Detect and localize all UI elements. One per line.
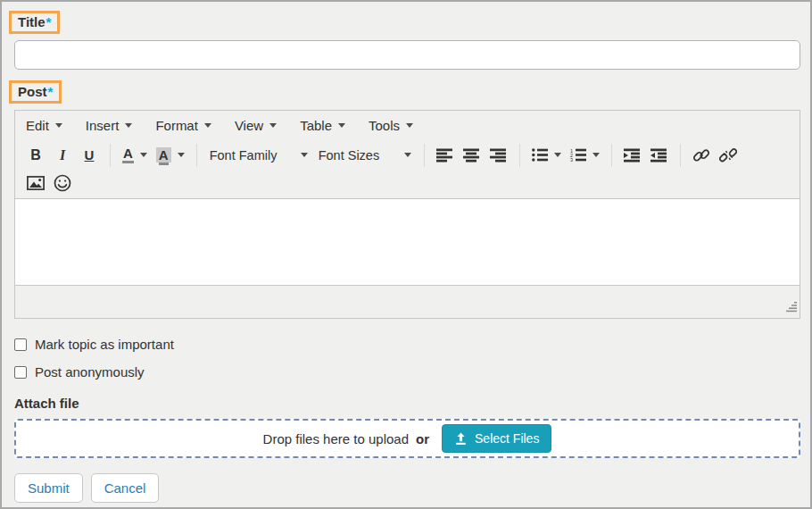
outdent-button[interactable] [646,143,673,168]
cancel-button[interactable]: Cancel [91,473,160,503]
indent-button[interactable] [619,143,646,168]
align-center-button[interactable] [459,143,485,168]
align-right-button[interactable] [485,143,512,168]
required-asterisk: * [48,84,54,99]
mark-important-checkbox[interactable] [14,338,27,351]
bullet-list-icon [532,148,548,162]
insert-link-button[interactable] [688,143,715,168]
italic-icon: I [60,147,65,163]
menu-table[interactable]: Table [300,118,345,133]
background-color-button[interactable]: A [152,143,189,168]
chevron-down-icon[interactable] [178,153,185,157]
editor-menubar: Edit Insert Format View Table Tools [15,111,800,139]
chevron-down-icon [338,123,345,128]
form-actions: Submit Cancel [14,473,810,503]
rich-text-editor: Edit Insert Format View Table Tools B I … [14,110,800,319]
editor-statusbar [15,286,800,318]
chevron-down-icon [125,123,132,128]
italic-button[interactable]: I [49,143,76,168]
bold-icon: B [30,147,41,163]
post-anonymously-label: Post anonymously [35,364,145,380]
numbered-list-icon: 123 [570,148,586,162]
title-label: Title* [9,11,60,34]
submit-button[interactable]: Submit [14,473,83,503]
font-sizes-select[interactable]: Font Sizes [313,143,417,168]
attach-file-label: Attach file [14,396,810,411]
svg-text:3: 3 [570,157,573,162]
menu-edit[interactable]: Edit [26,118,62,133]
text-color-button[interactable]: A [118,143,152,168]
or-text: or [416,431,429,446]
title-input[interactable] [14,40,800,70]
upload-icon [454,432,468,446]
mark-important-option[interactable]: Mark topic as important [14,337,174,352]
underline-icon: U [85,147,95,163]
align-left-icon [436,148,453,163]
editor-toolbar-row1: B I U A A Font Family Font Sizes [15,139,800,171]
background-color-icon: A [156,147,171,163]
post-label: Post* [9,80,62,104]
chevron-down-icon[interactable] [554,153,561,157]
numbered-list-button[interactable]: 123 [566,143,604,168]
mark-important-label: Mark topic as important [35,337,174,352]
chevron-down-icon [404,153,411,157]
indent-icon [624,148,641,163]
toolbar-separator [110,144,111,167]
align-right-icon [490,148,507,163]
title-label-text: Title [18,14,46,29]
text-color-icon: A [122,146,134,163]
align-left-button[interactable] [432,143,459,168]
new-topic-form: Title* Post* Edit Insert Format View Tab… [0,0,812,509]
chevron-down-icon [269,123,277,128]
toolbar-separator [680,144,681,167]
chevron-down-icon[interactable] [592,153,600,157]
bold-button[interactable]: B [22,143,49,168]
chevron-down-icon [301,153,308,157]
smiley-icon [54,174,71,192]
chevron-down-icon [406,123,413,128]
align-center-icon [463,148,480,163]
menu-insert[interactable]: Insert [86,118,133,133]
menu-view[interactable]: View [235,118,277,133]
remove-link-button[interactable] [715,143,742,168]
chevron-down-icon [204,123,211,128]
drop-files-text: Drop files here to upload [263,431,409,446]
toolbar-separator [424,144,425,167]
toolbar-separator [519,144,520,167]
menu-format[interactable]: Format [155,118,211,133]
chevron-down-icon [55,123,62,128]
toolbar-separator [611,144,612,167]
file-dropzone[interactable]: Drop files here to upload or Select File… [14,419,800,458]
underline-button[interactable]: U [76,143,103,168]
post-anonymously-option[interactable]: Post anonymously [14,364,145,380]
bullet-list-button[interactable] [527,143,566,168]
editor-content-area[interactable] [15,198,800,286]
post-anonymously-checkbox[interactable] [14,366,27,379]
link-icon [692,146,710,164]
post-label-text: Post [18,84,47,99]
outdent-icon [650,148,667,163]
resize-grip-icon[interactable] [785,301,797,315]
menu-tools[interactable]: Tools [369,118,413,133]
editor-toolbar-row2 [15,171,800,198]
insert-emoticon-button[interactable] [49,171,76,196]
font-family-select[interactable]: Font Family [204,143,313,168]
insert-image-button[interactable] [22,171,49,196]
required-asterisk: * [46,14,52,29]
unlink-icon [719,146,737,164]
select-files-button[interactable]: Select Files [442,424,551,453]
chevron-down-icon[interactable] [140,153,147,157]
toolbar-separator [196,144,197,167]
image-icon [27,176,45,190]
